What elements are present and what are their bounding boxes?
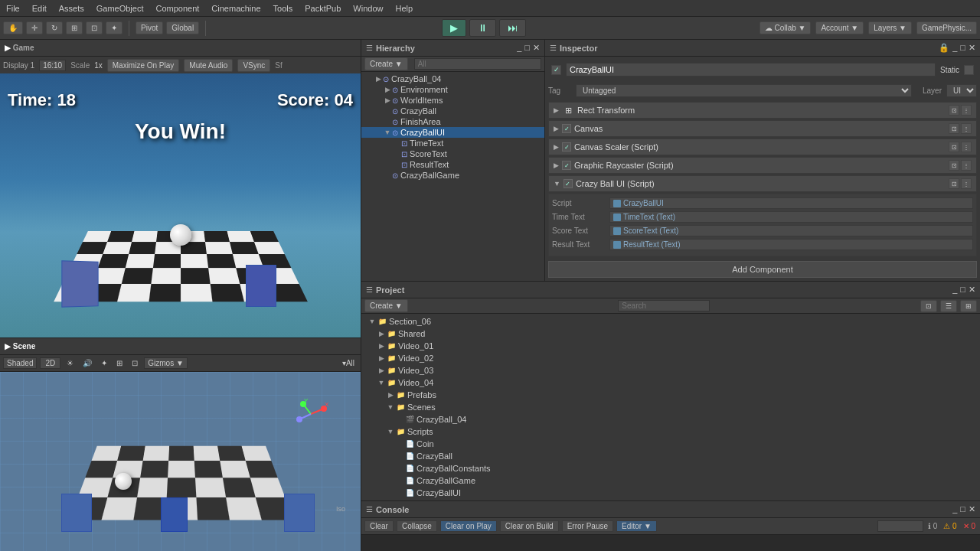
menu-file[interactable]: File <box>0 2 26 15</box>
vsync-button[interactable]: VSync <box>237 59 270 72</box>
cs-icon-1[interactable]: ⊡ <box>949 142 959 152</box>
mute-audio[interactable]: Mute Audio <box>184 59 233 72</box>
inspector-collapse[interactable]: _ <box>952 43 957 53</box>
layout-button[interactable]: GamePhysic... <box>916 21 977 34</box>
static-checkbox[interactable] <box>964 65 974 75</box>
object-name-input[interactable] <box>566 63 936 77</box>
effects-button[interactable]: ✦ <box>98 358 110 368</box>
console-collapse-button[interactable]: Collapse <box>397 520 437 532</box>
console-close-btn[interactable]: ✕ <box>969 504 975 514</box>
console-search[interactable] <box>877 520 923 532</box>
all-label[interactable]: ▾All <box>339 358 358 368</box>
menu-tools[interactable]: Tools <box>267 2 299 15</box>
cs-icon-2[interactable]: ⋮ <box>961 142 972 152</box>
canvas-header[interactable]: ▶ ✓ Canvas ⊡ ⋮ <box>548 120 977 137</box>
hier-item-resulttext[interactable]: ⊡ ResultText <box>361 159 544 170</box>
menu-gameobject[interactable]: GameObject <box>90 2 150 15</box>
console-clear-btn[interactable]: Clear <box>364 520 394 532</box>
proj-icon-1[interactable]: ⊡ <box>920 300 937 312</box>
proj-item-crazyballui-script[interactable]: 📄 CrazyBallUI <box>361 487 980 499</box>
canvas-enabled[interactable]: ✓ <box>562 124 571 133</box>
ratio-label[interactable]: 16:10 <box>39 60 66 71</box>
hier-item-timetext[interactable]: ⊡ TimeText <box>361 138 544 148</box>
hier-item-crazyballgame[interactable]: ⊙ CrazyBallGame <box>361 170 544 181</box>
hier-item-environment[interactable]: ▶ ⊙ Environment <box>361 84 544 95</box>
gr-icon-2[interactable]: ⋮ <box>961 160 972 171</box>
proj-close[interactable]: ✕ <box>969 285 975 295</box>
rotate-tool[interactable]: ↻ <box>46 21 63 34</box>
proj-item-scripts[interactable]: ▼ 📁 Scripts <box>361 425 980 438</box>
proj-item-video04[interactable]: ▼ 📁 Video_04 <box>361 377 980 389</box>
proj-icon-2[interactable]: ☰ <box>940 300 957 312</box>
mode-2d-button[interactable]: 2D <box>40 357 60 369</box>
inspector-close[interactable]: ✕ <box>969 43 975 53</box>
global-button[interactable]: Global <box>166 21 199 34</box>
time-text-value[interactable]: TimeText (Text) <box>609 211 973 223</box>
graphic-raycaster-header[interactable]: ▶ ✓ Graphic Raycaster (Script) ⊡ ⋮ <box>548 157 977 174</box>
collab-button[interactable]: ☁ Collab ▼ <box>760 21 812 34</box>
hierarchy-search[interactable] <box>414 58 541 70</box>
nav-button[interactable]: ⊞ <box>113 358 126 368</box>
proj-item-crazyball-script[interactable]: 📄 CrazyBall <box>361 450 980 462</box>
cbu-icon-2[interactable]: ⋮ <box>961 178 972 189</box>
inspector-lock[interactable]: 🔒 <box>939 43 949 53</box>
rt-icon-2[interactable]: ⋮ <box>961 105 972 116</box>
proj-item-coin[interactable]: 📄 Coin <box>361 438 980 450</box>
graphic-raycaster-enabled[interactable]: ✓ <box>562 161 571 170</box>
maximize-on-play[interactable]: Maximize On Play <box>107 59 180 72</box>
rect-tool[interactable]: ⊡ <box>86 21 103 34</box>
proj-item-crazyballgame-script[interactable]: 📄 CrazyBallGame <box>361 474 980 487</box>
hier-item-crazyball04[interactable]: ▶ ⊙ CrazyBall_04 <box>361 73 544 84</box>
canvas-scaler-header[interactable]: ▶ ✓ Canvas Scaler (Script) ⊡ ⋮ <box>548 139 977 155</box>
project-search[interactable] <box>618 300 710 311</box>
proj-item-constants[interactable]: 📄 CrazyBallConstants <box>361 462 980 474</box>
layer-select[interactable]: UI <box>946 84 977 97</box>
proj-item-prefabs[interactable]: ▶ 📁 Prefabs <box>361 389 980 401</box>
hierarchy-create-btn[interactable]: Create ▼ <box>364 57 408 70</box>
proj-collapse[interactable]: _ <box>952 285 957 295</box>
proj-item-scenes[interactable]: ▼ 📁 Scenes <box>361 401 980 413</box>
shaded-dropdown[interactable]: Shaded <box>3 357 37 369</box>
play-button[interactable]: ▶ <box>442 19 466 37</box>
layers-button[interactable]: Layers ▼ <box>868 21 912 34</box>
custom-tool[interactable]: ✦ <box>106 21 122 34</box>
pause-button[interactable]: ⏸ <box>469 19 496 37</box>
score-text-value[interactable]: ScoreText (Text) <box>609 225 973 236</box>
menu-packtpub[interactable]: PacktPub <box>299 2 347 15</box>
canvas-icon-2[interactable]: ⋮ <box>961 123 972 134</box>
hier-item-crazyballui[interactable]: ▼ ⊙ CrazyBallUI <box>361 127 544 138</box>
hand-tool[interactable]: ✋ <box>3 21 23 34</box>
proj-item-video01[interactable]: ▶ 📁 Video_01 <box>361 340 980 352</box>
hier-item-worlditems[interactable]: ▶ ⊙ WorldItems <box>361 95 544 106</box>
crazyballui-script-header[interactable]: ▼ ✓ Crazy Ball UI (Script) ⊡ ⋮ <box>548 175 977 192</box>
console-error-pause-btn[interactable]: Error Pause <box>562 520 613 532</box>
menu-window[interactable]: Window <box>347 2 389 15</box>
menu-edit[interactable]: Edit <box>26 2 53 15</box>
scale-tool[interactable]: ⊞ <box>66 21 83 34</box>
script-value[interactable]: CrazyBallUI <box>609 197 973 209</box>
menu-assets[interactable]: Assets <box>53 2 90 15</box>
proj-icon-3[interactable]: ⊞ <box>960 300 977 312</box>
proj-item-video03[interactable]: ▶ 📁 Video_03 <box>361 364 980 377</box>
console-editor-btn[interactable]: Editor ▼ <box>616 520 657 532</box>
object-enabled-checkbox[interactable]: ✓ <box>551 65 561 75</box>
menu-cinemachine[interactable]: Cinemachine <box>205 2 266 15</box>
scene-canvas[interactable]: X Y Iso <box>0 372 361 551</box>
proj-item-scene-file[interactable]: 🎬 CrazyBall_04 <box>361 413 980 425</box>
hierarchy-expand[interactable]: □ <box>524 43 530 53</box>
move-tool[interactable]: ✛ <box>26 21 43 34</box>
console-collapse-btn[interactable]: _ <box>952 504 957 514</box>
console-expand-btn[interactable]: □ <box>960 504 965 514</box>
audio-button[interactable]: 🔊 <box>80 358 95 368</box>
console-clear-on-build-btn[interactable]: Clear on Build <box>500 520 559 532</box>
rect-transform-header[interactable]: ▶ ⊞ Rect Transform ⊡ ⋮ <box>548 102 977 119</box>
grid-button[interactable]: ⊡ <box>129 358 141 368</box>
scene-tab[interactable]: ▶ Scene <box>5 342 35 350</box>
light-button[interactable]: ☀ <box>64 358 77 368</box>
cbu-enabled[interactable]: ✓ <box>564 179 573 188</box>
proj-expand[interactable]: □ <box>960 285 965 295</box>
inspector-expand[interactable]: □ <box>960 43 965 53</box>
rt-icon-1[interactable]: ⊡ <box>949 105 959 116</box>
hierarchy-close[interactable]: ✕ <box>533 43 540 53</box>
menu-component[interactable]: Component <box>149 2 205 15</box>
